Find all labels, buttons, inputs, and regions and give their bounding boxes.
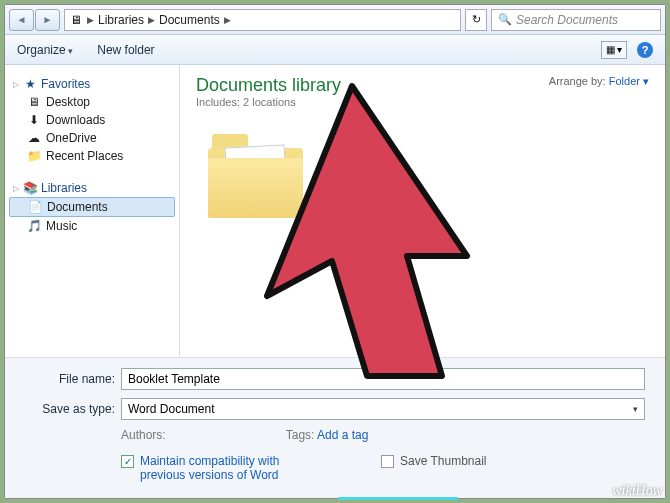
breadcrumb[interactable]: 🖥 ▶ Libraries ▶ Documents ▶ xyxy=(64,9,461,31)
checkbox-unchecked-icon: ✓ xyxy=(381,455,394,468)
new-folder-button[interactable]: New folder xyxy=(97,43,154,57)
accent-bar xyxy=(338,497,458,500)
nav-pane: ★Favorites 🖥Desktop ⬇Downloads ☁OneDrive… xyxy=(5,65,180,357)
save-panel: File name: Save as type: Word Document A… xyxy=(5,357,665,498)
tags-label: Tags: xyxy=(286,428,315,442)
help-button[interactable]: ? xyxy=(637,42,653,58)
computer-icon: 🖥 xyxy=(69,13,83,27)
documents-icon: 📄 xyxy=(28,200,42,214)
organize-button[interactable]: Organize xyxy=(17,43,73,57)
folder-icon[interactable] xyxy=(204,128,314,218)
libraries-icon: 📚 xyxy=(23,181,37,195)
recent-icon: 📁 xyxy=(27,149,41,163)
nav-favorites[interactable]: ★Favorites xyxy=(9,75,175,93)
checkbox-checked-icon: ✓ xyxy=(121,455,134,468)
arrange-by[interactable]: Arrange by: Folder ▾ xyxy=(549,75,649,108)
breadcrumb-libraries[interactable]: Libraries xyxy=(98,13,144,27)
compat-checkbox[interactable]: ✓ Maintain compatibility with previous v… xyxy=(121,454,281,482)
search-input[interactable]: Search Documents xyxy=(491,9,661,31)
nav-back-button[interactable]: ◄ xyxy=(9,9,34,31)
tags-add[interactable]: Add a tag xyxy=(317,428,368,442)
folder-view[interactable] xyxy=(180,112,665,357)
music-icon: 🎵 xyxy=(27,219,41,233)
desktop-icon: 🖥 xyxy=(27,95,41,109)
savetype-label: Save as type: xyxy=(25,402,115,416)
watermark: wikiHow xyxy=(612,483,662,499)
toolbar: Organize New folder ▦ ▾ ? xyxy=(5,35,665,65)
savetype-combo[interactable]: Word Document xyxy=(121,398,645,420)
cloud-icon: ☁ xyxy=(27,131,41,145)
nav-music[interactable]: 🎵Music xyxy=(9,217,175,235)
nav-desktop[interactable]: 🖥Desktop xyxy=(9,93,175,111)
thumbnail-checkbox[interactable]: ✓ Save Thumbnail xyxy=(381,454,487,468)
view-button[interactable]: ▦ ▾ xyxy=(601,41,627,59)
nav-onedrive[interactable]: ☁OneDrive xyxy=(9,129,175,147)
nav-recent[interactable]: 📁Recent Places xyxy=(9,147,175,165)
authors-label: Authors: xyxy=(121,428,166,442)
nav-forward-button[interactable]: ► xyxy=(35,9,60,31)
nav-libraries[interactable]: 📚Libraries xyxy=(9,179,175,197)
star-icon: ★ xyxy=(23,77,37,91)
save-dialog: ◄ ► 🖥 ▶ Libraries ▶ Documents ▶ ↻ Search… xyxy=(4,4,666,499)
breadcrumb-documents[interactable]: Documents xyxy=(159,13,220,27)
filename-label: File name: xyxy=(25,372,115,386)
nav-downloads[interactable]: ⬇Downloads xyxy=(9,111,175,129)
filename-input[interactable] xyxy=(121,368,645,390)
downloads-icon: ⬇ xyxy=(27,113,41,127)
library-subtitle: Includes: 2 locations xyxy=(196,96,341,108)
refresh-button[interactable]: ↻ xyxy=(465,9,487,31)
address-bar: ◄ ► 🖥 ▶ Libraries ▶ Documents ▶ ↻ Search… xyxy=(5,5,665,35)
nav-documents[interactable]: 📄Documents xyxy=(9,197,175,217)
library-title: Documents library xyxy=(196,75,341,96)
